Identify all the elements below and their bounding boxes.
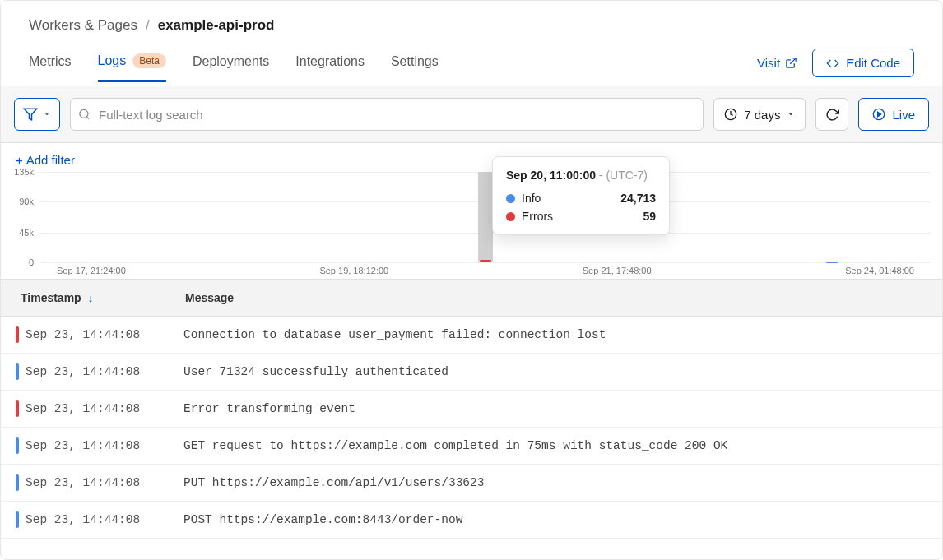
x-axis: Sep 17, 21:24:00 Sep 19, 18:12:00 Sep 21…	[40, 262, 931, 275]
svg-line-3	[86, 117, 89, 119]
log-message: PUT https://example.com/api/v1/users/336…	[183, 476, 927, 489]
info-level-indicator	[16, 474, 19, 491]
y-tick: 45k	[19, 228, 34, 238]
y-tick: 90k	[19, 197, 34, 206]
filter-icon	[23, 107, 38, 122]
log-timestamp: Sep 23, 14:44:08	[26, 513, 183, 526]
chevron-down-icon	[787, 110, 795, 118]
histogram-bar-errors	[480, 260, 491, 262]
tooltip-errors-label: Errors	[522, 210, 553, 223]
search-icon	[78, 109, 91, 121]
chart-tooltip: Sep 20, 11:00:00 - (UTC-7) Info 24,713 E…	[492, 156, 670, 235]
sort-descending-icon: ↓	[88, 292, 94, 304]
log-message: POST https://example.com:8443/order-now	[183, 513, 927, 526]
log-row[interactable]: Sep 23, 14:44:08User 71324 successfully …	[1, 354, 942, 391]
error-level-indicator	[16, 326, 19, 343]
filter-button[interactable]	[14, 98, 60, 131]
tooltip-timestamp: Sep 20, 11:00:00	[506, 169, 596, 182]
svg-point-2	[80, 109, 88, 118]
log-message: User 71324 successfully authenticated	[183, 365, 927, 378]
log-row[interactable]: Sep 23, 14:44:08POST https://example.com…	[1, 502, 942, 539]
toolbar: 7 days Live	[1, 86, 942, 143]
tooltip-info-label: Info	[522, 192, 541, 205]
tab-logs-label: Logs	[98, 53, 127, 68]
time-range-label: 7 days	[744, 108, 780, 122]
log-timestamp: Sep 23, 14:44:08	[26, 476, 183, 489]
tooltip-info-value: 24,713	[620, 192, 656, 205]
edit-code-button[interactable]: Edit Code	[812, 49, 914, 77]
breadcrumb: Workers & Pages / example-api-prod	[29, 17, 914, 34]
x-tick: Sep 24, 01:48:00	[845, 266, 914, 275]
svg-marker-6	[878, 112, 881, 116]
search-input[interactable]	[70, 98, 704, 131]
time-range-dropdown[interactable]: 7 days	[713, 98, 806, 131]
tab-settings[interactable]: Settings	[391, 54, 439, 81]
refresh-icon	[825, 108, 839, 122]
info-level-indicator	[16, 363, 19, 380]
breadcrumb-current: example-api-prod	[158, 17, 275, 34]
search-input-wrap	[70, 98, 704, 131]
log-row[interactable]: Sep 23, 14:44:08PUT https://example.com/…	[1, 465, 942, 502]
tabs: Metrics Logs Beta Deployments Integratio…	[29, 49, 914, 86]
log-table-header: Timestamp ↓ Message	[1, 279, 942, 317]
tooltip-timezone: - (UTC-7)	[599, 169, 648, 182]
log-row[interactable]: Sep 23, 14:44:08GET request to https://e…	[1, 428, 942, 465]
breadcrumb-separator: /	[146, 17, 150, 34]
svg-line-0	[790, 58, 796, 64]
col-header-message[interactable]: Message	[185, 291, 922, 304]
visit-link[interactable]: Visit	[757, 56, 797, 70]
y-axis: 135k 90k 45k 0	[6, 172, 37, 262]
clock-icon	[724, 108, 737, 121]
beta-badge: Beta	[132, 53, 166, 68]
log-rows: Sep 23, 14:44:08Connection to database u…	[1, 317, 942, 539]
y-tick: 135k	[14, 167, 34, 177]
code-icon	[826, 57, 839, 70]
live-button[interactable]: Live	[858, 98, 929, 131]
x-tick: Sep 21, 17:48:00	[583, 266, 652, 275]
log-message: Connection to database user_payment fail…	[183, 328, 927, 341]
add-filter-label: Add filter	[26, 153, 75, 167]
refresh-button[interactable]	[815, 98, 848, 131]
log-message: Error transforming event	[183, 402, 927, 415]
tooltip-errors-value: 59	[643, 210, 656, 223]
breadcrumb-parent[interactable]: Workers & Pages	[29, 17, 137, 34]
tab-integrations[interactable]: Integrations	[295, 54, 365, 81]
tab-metrics[interactable]: Metrics	[29, 54, 72, 81]
svg-marker-1	[25, 109, 37, 120]
info-level-indicator	[16, 437, 19, 454]
log-row[interactable]: Sep 23, 14:44:08Error transforming event	[1, 391, 942, 428]
histogram-bar-hovered[interactable]	[478, 172, 493, 262]
log-timestamp: Sep 23, 14:44:08	[26, 365, 183, 378]
log-timestamp: Sep 23, 14:44:08	[26, 439, 183, 452]
edit-code-label: Edit Code	[846, 56, 900, 70]
log-message: GET request to https://example.com compl…	[183, 439, 927, 452]
error-dot-icon	[506, 212, 515, 221]
info-dot-icon	[506, 194, 515, 203]
chevron-down-icon	[43, 110, 51, 118]
play-circle-icon	[872, 108, 885, 121]
info-level-indicator	[16, 511, 19, 528]
col-header-timestamp[interactable]: Timestamp ↓	[21, 291, 185, 304]
tab-logs[interactable]: Logs Beta	[98, 53, 166, 82]
log-timestamp: Sep 23, 14:44:08	[26, 402, 183, 415]
x-tick: Sep 19, 18:12:00	[319, 266, 388, 275]
tab-deployments[interactable]: Deployments	[193, 54, 269, 81]
live-label: Live	[892, 108, 915, 122]
error-level-indicator	[16, 400, 19, 417]
logs-histogram[interactable]: 135k 90k 45k 0 Sep 17, 21:24:00 Sep 19, …	[1, 172, 942, 279]
plus-icon: +	[16, 153, 23, 167]
log-timestamp: Sep 23, 14:44:08	[26, 328, 183, 341]
log-row[interactable]: Sep 23, 14:44:08Connection to database u…	[1, 317, 942, 354]
external-link-icon	[785, 57, 797, 69]
x-tick: Sep 17, 21:24:00	[57, 266, 126, 275]
visit-label: Visit	[757, 56, 780, 70]
y-tick: 0	[29, 257, 34, 267]
add-filter-button[interactable]: + Add filter	[16, 153, 75, 167]
